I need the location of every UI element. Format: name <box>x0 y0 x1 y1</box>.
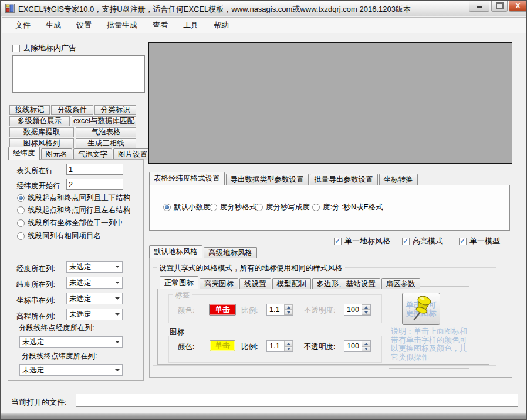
stepper-up-icon[interactable] <box>362 304 370 310</box>
icon-opacity-stepper[interactable]: 100 <box>344 340 371 352</box>
format-radio-dms-row[interactable]: 度分秒格式 <box>210 202 257 212</box>
radio-default-decimal-label: 默认小数度 <box>174 202 211 212</box>
single-model-checkbox[interactable] <box>459 238 467 245</box>
change-icon-button[interactable]: 单击即可 更换图标 <box>402 293 440 325</box>
label-color-label: 颜色: <box>178 306 194 316</box>
icon-scale-stepper[interactable]: 1.1 <box>266 340 293 352</box>
single-style-checkbox[interactable] <box>334 238 342 245</box>
header-row-label: 表头所在行 <box>16 166 53 176</box>
stepper-down-icon[interactable] <box>284 346 293 351</box>
stepper-down-icon[interactable] <box>362 346 370 351</box>
header-row-input[interactable] <box>66 164 123 175</box>
tab-model-config[interactable]: 模型配制 <box>272 278 311 289</box>
label-color-button[interactable]: 单击 <box>209 304 236 316</box>
label-opacity-label: 不透明度: <box>304 306 335 316</box>
icon-color-button[interactable]: 单击 <box>210 340 235 351</box>
lat-col-select[interactable]: 未选定 <box>66 277 123 289</box>
lon-col-select[interactable]: 未选定 <box>66 261 123 273</box>
radio-updown[interactable] <box>17 194 25 202</box>
tab-lonlat[interactable]: 经纬度 <box>8 147 40 160</box>
highlight-mode-checkbox[interactable] <box>402 238 410 245</box>
radio-default-decimal[interactable] <box>163 204 171 211</box>
single-model-row[interactable]: 单一模型 <box>459 236 500 246</box>
close-button[interactable]: X <box>509 1 527 12</box>
stepper-down-icon[interactable] <box>284 310 293 315</box>
tab-sector-params[interactable]: 扇区参数 <box>381 278 420 289</box>
stepper-down-icon[interactable] <box>362 310 370 315</box>
menu-settings[interactable]: 设置 <box>69 18 99 33</box>
menu-view[interactable]: 查看 <box>145 18 175 33</box>
button-grade-condition[interactable]: 分级条件 <box>51 105 93 115</box>
highlight-mode-label: 高亮模式 <box>413 236 443 246</box>
elev-col-select[interactable]: 未选定 <box>66 309 123 320</box>
radio-sameproj[interactable] <box>17 232 25 240</box>
chevron-down-icon[interactable] <box>113 293 122 304</box>
tab-export-datatype[interactable]: 导出数据类型参数设置 <box>226 174 309 185</box>
tab-highlight-icon[interactable]: 高亮图标 <box>200 278 238 289</box>
ad-preview-box <box>12 55 145 93</box>
radio-onecol[interactable] <box>17 219 25 227</box>
menu-file[interactable]: 文件 <box>8 18 38 33</box>
radio-dms-to-degree[interactable] <box>255 204 263 211</box>
tab-polygon-station[interactable]: 多边形、基站设置 <box>312 278 380 289</box>
start-row-input[interactable] <box>66 179 123 190</box>
menu-batch-generate[interactable]: 批量生成 <box>99 18 145 33</box>
minimize-icon <box>477 6 482 8</box>
radio-row-leftright[interactable]: 线段起点和终点同行且左右结构 <box>17 205 130 215</box>
minimize-button[interactable] <box>469 1 489 12</box>
format-radio-decimal-row[interactable]: 默认小数度 <box>163 202 211 212</box>
label-opacity-stepper[interactable]: 100 <box>344 304 371 316</box>
stepper-up-icon[interactable] <box>362 341 370 346</box>
remove-ad-checkbox[interactable] <box>12 45 20 52</box>
chevron-down-icon[interactable] <box>113 262 122 272</box>
tab-element-name[interactable]: 图元名 <box>41 148 73 160</box>
icon-opacity-label: 不透明度: <box>304 342 335 352</box>
tab-bubble-text[interactable]: 气泡文字 <box>73 148 112 160</box>
radio-ne-format[interactable] <box>312 204 320 211</box>
button-multilevel-color[interactable]: 多级颜色展示 <box>9 116 70 126</box>
radio-dms-format[interactable] <box>210 204 217 211</box>
button-bubble-table[interactable]: 气泡表格 <box>76 127 136 137</box>
tab-coord-convert[interactable]: 坐标转换 <box>379 174 418 185</box>
radio-leftright[interactable] <box>17 206 25 214</box>
title-bar: EXCEL转GIS专家10.0，支持U盘注册，适合任何EXCEL模板，www.n… <box>1 1 526 16</box>
highlight-mode-row[interactable]: 高亮模式 <box>402 236 443 246</box>
single-style-row[interactable]: 单一地标风格 <box>334 236 390 246</box>
menu-generate[interactable]: 生成 <box>38 18 69 33</box>
tab-batch-export[interactable]: 批量导出参数设置 <box>310 174 378 185</box>
radio-row-updown[interactable]: 线段起点和终点同列且上下结构 <box>17 193 130 203</box>
tab-advanced-style[interactable]: 高级地标风格 <box>204 247 257 258</box>
stepper-up-icon[interactable] <box>284 341 293 346</box>
button-db-extract[interactable]: 数据库提取 <box>9 127 74 137</box>
seg-lon-select[interactable]: 未选定 <box>19 336 123 348</box>
tab-line-setting[interactable]: 线设置 <box>239 278 271 289</box>
close-icon: X <box>515 2 520 10</box>
coordstr-col-select[interactable]: 未选定 <box>66 293 123 304</box>
label-scale-label: 比例: <box>241 306 258 316</box>
tab-format-lonlat[interactable]: 表格经纬度格式设置 <box>149 172 225 185</box>
tab-default-style[interactable]: 默认地标风格 <box>149 245 202 258</box>
chevron-down-icon[interactable] <box>113 309 122 320</box>
chevron-down-icon[interactable] <box>113 337 122 347</box>
button-line-mark[interactable]: 接线标记 <box>9 105 50 115</box>
chevron-down-icon[interactable] <box>113 277 122 288</box>
stepper-up-icon[interactable] <box>284 304 293 310</box>
radio-row-onecol[interactable]: 线段所有坐标全部位于一列中 <box>17 218 123 228</box>
menu-tools[interactable]: 工具 <box>175 18 206 33</box>
seg-lat-select[interactable]: 未选定 <box>19 364 123 376</box>
button-class-mark[interactable]: 分类标识 <box>94 105 136 115</box>
current-file-input[interactable] <box>76 394 518 407</box>
label-scale-stepper[interactable]: 1.1 <box>266 304 293 316</box>
remove-ad-label: 去除地标内广告 <box>23 43 76 53</box>
radio-dms-format-label: 度分秒格式 <box>220 202 257 212</box>
format-radio-ne-row[interactable]: 度:分 :秒N或E格式 <box>312 202 383 212</box>
tab-normal-icon[interactable]: 正常图标 <box>160 276 198 289</box>
tab-image-setting[interactable]: 图片设置 <box>113 148 152 160</box>
radio-row-sameproj[interactable]: 线段同列有相同项目名 <box>17 231 101 241</box>
icon-color-label: 颜色: <box>178 342 194 352</box>
maximize-button[interactable] <box>491 1 508 12</box>
format-radio-dms2deg-row[interactable]: 度分秒写成度 <box>255 202 310 212</box>
button-excel-db-match[interactable]: excel与数据库匹配 <box>72 116 136 126</box>
menu-help[interactable]: 帮助 <box>206 18 237 33</box>
chevron-down-icon[interactable] <box>113 365 122 375</box>
